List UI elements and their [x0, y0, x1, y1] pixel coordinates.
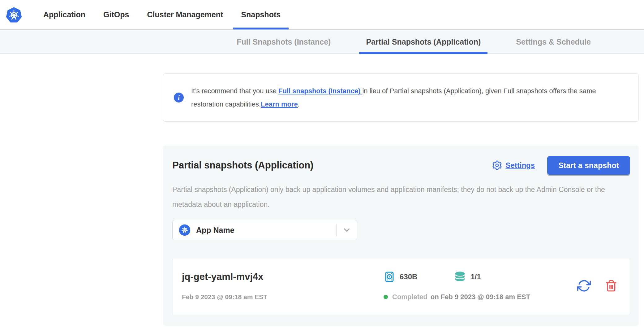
snapshot-volumes: 1/1 [454, 271, 481, 283]
content-column: i It’s recommend that you use Full snaps… [163, 73, 639, 326]
start-snapshot-button[interactable]: Start a snapshot [547, 156, 630, 175]
snapshot-settings-link[interactable]: Settings [492, 160, 535, 171]
nav-item-snapshots[interactable]: Snapshots [241, 0, 281, 29]
partial-snapshots-panel: Partial snapshots (Application) Settings… [163, 146, 639, 326]
app-select-chevron[interactable] [337, 225, 357, 235]
nav-item-cluster-management[interactable]: Cluster Management [147, 0, 223, 29]
snapshot-volumes-value: 1/1 [470, 272, 481, 281]
status-completed-time: on Feb 9 2023 @ 09:18 am EST [431, 293, 530, 301]
banner-text: It’s recommend that you use Full snapsho… [191, 84, 626, 111]
status-label: Completed [392, 293, 427, 301]
settings-link-label: Settings [505, 161, 535, 170]
learn-more-link[interactable]: Learn more [261, 100, 298, 108]
delete-snapshot-icon[interactable] [605, 280, 617, 292]
recommendation-banner: i It’s recommend that you use Full snaps… [163, 73, 639, 122]
nav-item-gitops[interactable]: GitOps [103, 0, 129, 29]
main-nav: Application GitOps Cluster Management Sn… [43, 0, 281, 29]
snapshot-actions [577, 279, 622, 293]
tab-partial-snapshots[interactable]: Partial Snapshots (Application) [359, 30, 487, 54]
snapshot-size: 630B [384, 271, 417, 283]
banner-text-after: . [298, 100, 300, 108]
tab-settings-schedule[interactable]: Settings & Schedule [509, 30, 598, 54]
snapshot-status: Completed on Feb 9 2023 @ 09:18 am EST [384, 293, 577, 301]
app-kubernetes-icon [179, 224, 191, 236]
panel-title: Partial snapshots (Application) [172, 160, 492, 171]
info-icon: i [174, 93, 184, 102]
snapshot-row: jq-get-yaml-mvj4x 630B [172, 258, 630, 315]
snapshot-name: jq-get-yaml-mvj4x [182, 271, 384, 282]
app-name-select[interactable]: App Name [172, 220, 357, 240]
snapshot-details: jq-get-yaml-mvj4x 630B [182, 271, 577, 301]
app-select-value: App Name [196, 226, 336, 235]
nav-item-application[interactable]: Application [43, 0, 85, 29]
chevron-down-icon [342, 225, 351, 235]
disk-icon [384, 271, 395, 283]
tab-full-snapshots[interactable]: Full Snapshots (Instance) [230, 30, 337, 54]
database-icon [454, 271, 466, 283]
snapshot-size-value: 630B [400, 272, 417, 281]
restore-snapshot-icon[interactable] [577, 279, 591, 293]
snapshots-subnav: Full Snapshots (Instance) Partial Snapsh… [0, 30, 644, 54]
banner-text-before: It’s recommend that you use [191, 87, 278, 95]
snapshot-metrics: 630B 1/1 [384, 271, 577, 283]
top-nav: Application GitOps Cluster Management Sn… [0, 0, 644, 30]
panel-header: Partial snapshots (Application) Settings… [172, 156, 630, 175]
status-dot-icon [384, 295, 388, 299]
snapshot-started-date: Feb 9 2023 @ 09:18 am EST [182, 293, 384, 301]
gear-icon [492, 160, 502, 171]
full-snapshots-link[interactable]: Full snapshots (Instance) [278, 87, 362, 95]
panel-description: Partial snapshots (Application) only bac… [172, 182, 630, 212]
kubernetes-logo-icon [6, 7, 22, 23]
